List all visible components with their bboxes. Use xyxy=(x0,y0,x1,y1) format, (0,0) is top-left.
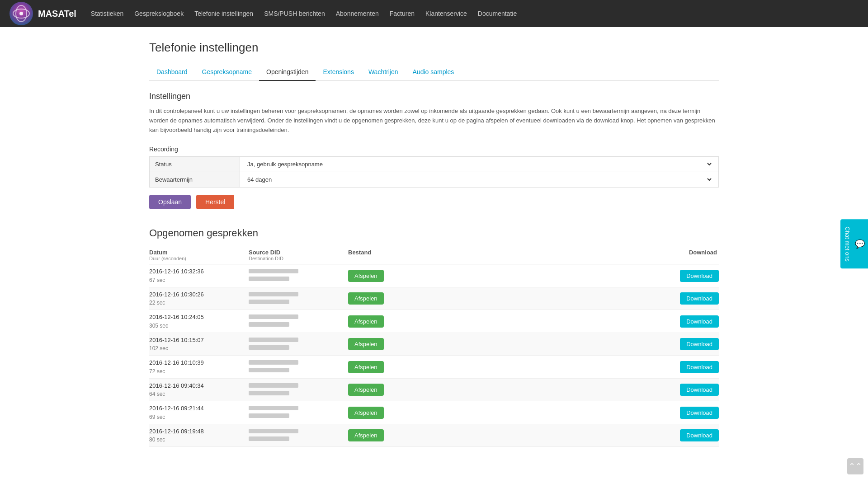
row-download: Download xyxy=(660,361,719,373)
table-row: 2016-12-16 09:40:34 64 sec Afspelen Down… xyxy=(149,379,719,402)
download-button[interactable]: Download xyxy=(680,361,719,373)
row-download: Download xyxy=(660,429,719,441)
row-download: Download xyxy=(660,384,719,396)
recording-settings-table: Status Ja, gebruik gespreksopname Bewaar… xyxy=(149,156,719,188)
afspelen-button[interactable]: Afspelen xyxy=(348,292,384,305)
header-bestand: Bestand xyxy=(348,249,660,261)
download-button[interactable]: Download xyxy=(680,270,719,282)
afspelen-button[interactable]: Afspelen xyxy=(348,315,384,328)
nav-gesprekslogboek[interactable]: Gesprekslogboek xyxy=(133,8,184,19)
row-date: 2016-12-16 10:32:36 67 sec xyxy=(149,267,249,284)
instellingen-title: Instellingen xyxy=(149,92,719,101)
row-date: 2016-12-16 10:10:39 72 sec xyxy=(149,358,249,375)
scroll-top-button[interactable]: ⌃⌃ xyxy=(847,458,863,460)
form-actions: Opslaan Herstel xyxy=(149,195,719,209)
row-file: Afspelen xyxy=(348,407,660,419)
brand: MASATel xyxy=(9,1,76,26)
chat-icon: 💬 xyxy=(854,239,864,249)
download-button[interactable]: Download xyxy=(680,429,719,441)
table-row: 2016-12-16 10:32:36 67 sec Afspelen Down… xyxy=(149,264,719,287)
row-source xyxy=(249,405,348,420)
row-download: Download xyxy=(660,407,719,419)
afspelen-button[interactable]: Afspelen xyxy=(348,384,384,396)
reset-button[interactable]: Herstel xyxy=(196,195,234,209)
recording-label: Recording xyxy=(149,145,719,153)
main-nav: Statistieken Gesprekslogboek Telefonie i… xyxy=(90,10,518,17)
status-cell: Ja, gebruik gespreksopname xyxy=(240,157,719,172)
afspelen-button[interactable]: Afspelen xyxy=(348,407,384,419)
row-file: Afspelen xyxy=(348,270,660,282)
header-download: Download xyxy=(660,249,719,261)
header-source: Source DID Destination DID xyxy=(249,249,348,261)
row-date: 2016-12-16 09:19:48 80 sec xyxy=(149,427,249,444)
recordings-title: Opgenomen gesprekken xyxy=(149,227,719,239)
bewaartermijn-row: Bewaartermijn 64 dagen xyxy=(150,172,719,188)
row-date: 2016-12-16 09:40:34 64 sec xyxy=(149,381,249,399)
tab-gespreksopname[interactable]: Gespreksopname xyxy=(195,64,259,81)
tab-extensions[interactable]: Extensions xyxy=(316,64,361,81)
row-source xyxy=(249,382,348,398)
row-date: 2016-12-16 10:15:07 102 sec xyxy=(149,336,249,353)
row-file: Afspelen xyxy=(348,338,660,350)
afspelen-button[interactable]: Afspelen xyxy=(348,338,384,350)
bewaartermijn-label: Bewaartermijn xyxy=(150,172,240,188)
nav-sms[interactable]: SMS/PUSH berichten xyxy=(263,8,326,19)
recordings-list: 2016-12-16 10:32:36 67 sec Afspelen Down… xyxy=(149,264,719,447)
nav-facturen[interactable]: Facturen xyxy=(389,8,415,19)
row-file: Afspelen xyxy=(348,292,660,305)
bewaartermijn-select[interactable]: 64 dagen xyxy=(245,176,713,183)
row-download: Download xyxy=(660,270,719,282)
row-source xyxy=(249,359,348,375)
row-date: 2016-12-16 10:30:26 22 sec xyxy=(149,290,249,307)
row-date: 2016-12-16 10:24:05 305 sec xyxy=(149,313,249,330)
row-source xyxy=(249,268,348,283)
row-download: Download xyxy=(660,315,719,328)
row-file: Afspelen xyxy=(348,315,660,328)
nav-documentatie[interactable]: Documentatie xyxy=(477,8,518,19)
nav-abonnementen[interactable]: Abonnementen xyxy=(335,8,380,19)
table-row: 2016-12-16 09:21:44 69 sec Afspelen Down… xyxy=(149,401,719,424)
afspelen-button[interactable]: Afspelen xyxy=(348,361,384,373)
svg-point-3 xyxy=(19,12,23,15)
table-row: 2016-12-16 10:24:05 305 sec Afspelen Dow… xyxy=(149,310,719,333)
instellingen-description: In dit controlepaneel kunt u uw instelli… xyxy=(149,107,719,135)
table-row: 2016-12-16 10:15:07 102 sec Afspelen Dow… xyxy=(149,333,719,356)
table-row: 2016-12-16 10:10:39 72 sec Afspelen Down… xyxy=(149,356,719,379)
row-source xyxy=(249,428,348,443)
status-select[interactable]: Ja, gebruik gespreksopname xyxy=(245,160,713,168)
brand-title: MASATel xyxy=(38,9,76,19)
download-button[interactable]: Download xyxy=(680,315,719,328)
nav-telefonie[interactable]: Telefonie instellingen xyxy=(193,8,254,19)
download-button[interactable]: Download xyxy=(680,338,719,350)
download-button[interactable]: Download xyxy=(680,292,719,305)
tab-bar: Dashboard Gespreksopname Openingstijden … xyxy=(149,64,719,81)
afspelen-button[interactable]: Afspelen xyxy=(348,270,384,282)
instellingen-panel: Instellingen In dit controlepaneel kunt … xyxy=(149,92,719,209)
nav-klantenservice[interactable]: Klantenservice xyxy=(425,8,468,19)
recordings-table-header: Datum Duur (seconden) Source DID Destina… xyxy=(149,246,719,264)
tab-audio-samples[interactable]: Audio samples xyxy=(406,64,462,81)
brand-logo xyxy=(9,1,33,26)
save-button[interactable]: Opslaan xyxy=(149,195,191,209)
row-date: 2016-12-16 09:21:44 69 sec xyxy=(149,404,249,421)
nav-statistieken[interactable]: Statistieken xyxy=(90,8,124,19)
recordings-section: Opgenomen gesprekken Datum Duur (seconde… xyxy=(149,227,719,447)
download-button[interactable]: Download xyxy=(680,407,719,419)
row-source xyxy=(249,337,348,352)
afspelen-button[interactable]: Afspelen xyxy=(348,429,384,441)
tab-openingstijden[interactable]: Openingstijden xyxy=(259,64,316,81)
row-download: Download xyxy=(660,338,719,350)
row-file: Afspelen xyxy=(348,429,660,441)
tab-dashboard[interactable]: Dashboard xyxy=(149,64,195,81)
tab-wachtrijen[interactable]: Wachtrijen xyxy=(361,64,406,81)
download-button[interactable]: Download xyxy=(680,384,719,396)
page-title: Telefonie instellingen xyxy=(149,41,719,55)
table-row: 2016-12-16 10:30:26 22 sec Afspelen Down… xyxy=(149,287,719,310)
row-file: Afspelen xyxy=(348,361,660,373)
table-row: 2016-12-16 09:19:48 80 sec Afspelen Down… xyxy=(149,424,719,447)
chat-widget[interactable]: 💬 Chat met ons xyxy=(840,219,868,268)
row-file: Afspelen xyxy=(348,384,660,396)
status-row: Status Ja, gebruik gespreksopname xyxy=(150,157,719,172)
header-datum: Datum Duur (seconden) xyxy=(149,249,249,261)
bewaartermijn-cell: 64 dagen xyxy=(240,172,719,188)
